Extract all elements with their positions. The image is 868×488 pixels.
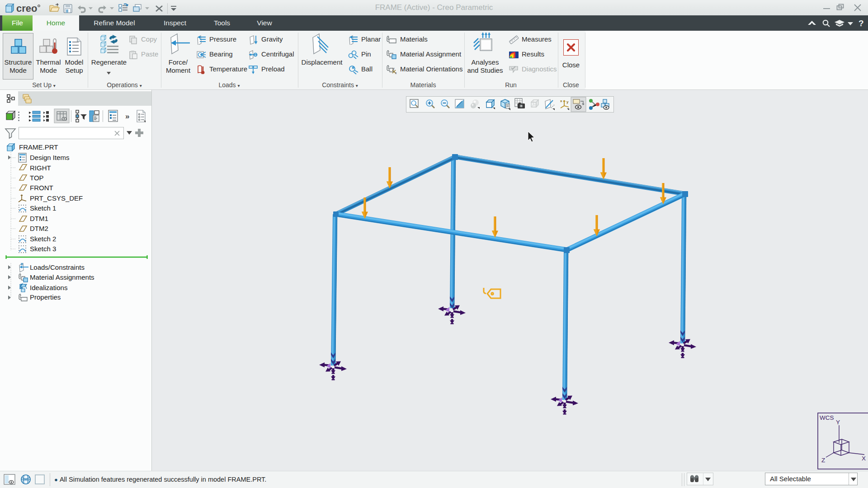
svg-text:Properties: Properties <box>30 293 61 301</box>
svg-text:FRONT: FRONT <box>30 184 53 192</box>
svg-text:Sketch 3: Sketch 3 <box>30 245 56 253</box>
svg-text:y: y <box>393 67 395 70</box>
svg-text:TOP: TOP <box>30 174 44 182</box>
svg-text:Idealizations: Idealizations <box>30 284 67 291</box>
svg-text:FRAME.PRT: FRAME.PRT <box>19 143 58 151</box>
svg-text:Sketch 2: Sketch 2 <box>30 235 56 243</box>
svg-text:RIGHT: RIGHT <box>30 164 51 172</box>
svg-text:?: ? <box>859 19 864 28</box>
svg-text:Z: Z <box>821 457 825 464</box>
svg-text:creo: creo <box>16 3 37 14</box>
svg-text:DTM1: DTM1 <box>30 215 48 222</box>
svg-text:x: x <box>395 71 397 75</box>
svg-text:Loads/Constraints: Loads/Constraints <box>30 263 85 271</box>
svg-text:Sketch 1: Sketch 1 <box>30 204 56 212</box>
svg-text:X: X <box>862 455 866 462</box>
svg-text:DTM2: DTM2 <box>30 225 48 232</box>
svg-text:Y: Y <box>836 419 840 426</box>
svg-text:WCS: WCS <box>820 414 834 421</box>
svg-text:Material Assignments: Material Assignments <box>30 273 94 281</box>
svg-text:Design Items: Design Items <box>30 154 70 161</box>
svg-text:»: » <box>125 112 129 121</box>
svg-text:PRT_CSYS_DEF: PRT_CSYS_DEF <box>30 194 83 202</box>
